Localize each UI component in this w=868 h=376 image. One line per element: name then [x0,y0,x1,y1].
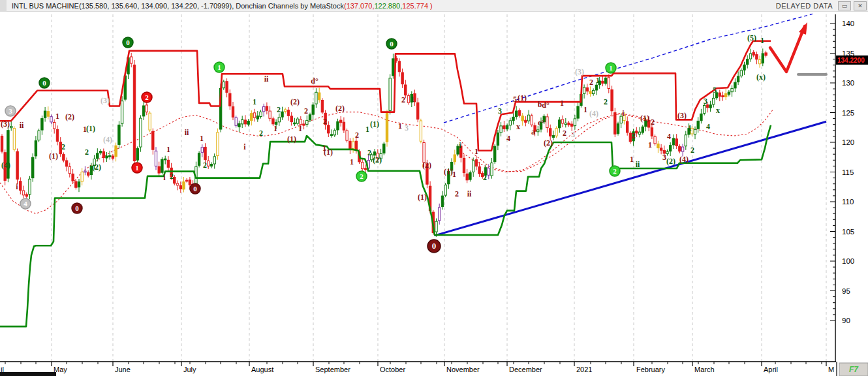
svg-text:(4): (4) [679,155,689,164]
svg-text:1: 1 [365,125,369,134]
svg-text:September: September [315,366,350,373]
svg-text:(2): (2) [544,138,553,148]
svg-text:1: 1 [135,164,139,172]
svg-text:(1): (1) [518,93,527,102]
svg-text:2: 2 [613,167,617,175]
time-axis: ilMayJuneJulyAugustSeptemberOctoberNovem… [0,362,836,373]
svg-text:(4): (4) [1,161,10,170]
svg-text:2: 2 [355,131,359,140]
svg-text:F7: F7 [849,365,859,374]
svg-text:(2): (2) [92,163,101,172]
ohlc-values: (135.580, 135.640, 134.090, 134.220, -1.… [79,2,232,10]
expert-fkey-button[interactable]: F7 [839,363,868,376]
svg-text:115: 115 [842,168,854,176]
price-chart-area[interactable]: 34000120120012(3)ii(4)i(1)1(2)21(1)2(2)(… [0,0,868,376]
svg-text:125: 125 [842,109,854,117]
close-window-button[interactable]: ✕ [854,1,867,10]
svg-text:(1): (1) [640,114,649,123]
svg-text:February: February [636,366,666,373]
metastock-chart-window: INTL BUS MACHINE (135.580, 135.640, 134.… [0,0,868,376]
svg-text:1: 1 [398,121,402,131]
svg-text:4: 4 [706,122,710,131]
svg-text:1: 1 [609,64,613,72]
svg-text:(2): (2) [373,155,382,164]
svg-text:M: M [828,366,834,373]
restore-window-button[interactable]: ▭ [838,1,851,10]
price-axis: 9095100105110115120125130135140 [830,14,854,362]
svg-text:2: 2 [563,129,566,138]
svg-text:2: 2 [360,172,364,180]
svg-text:2: 2 [61,142,65,151]
svg-text:0: 0 [390,40,394,48]
svg-text:0: 0 [42,79,46,87]
svg-text:2: 2 [323,117,327,126]
circled-wave-markers: 34000120120012 [5,37,620,253]
svg-text:ii: ii [185,128,189,137]
svg-text:2: 2 [455,189,459,198]
svg-text:(1): (1) [49,151,58,161]
donchian-upper-line [0,41,771,151]
month-gridlines [52,14,826,362]
svg-text:(5): (5) [747,33,756,42]
svg-text:110: 110 [842,198,854,206]
svg-text:1: 1 [474,147,478,156]
titlebar-left-edge [0,0,7,12]
svg-text:2: 2 [277,105,281,114]
svg-text:90: 90 [842,317,850,324]
wave-text-labels: (3)ii(4)i(1)1(2)21(1)2(2)(3)(4)i12ii12i1… [1,33,766,202]
svg-text:October: October [380,366,405,373]
svg-text:1: 1 [55,112,59,121]
study-name: , Donchian Channels by MetaStock [232,2,344,10]
svg-text:3: 3 [8,107,12,115]
svg-text:(3): (3) [1,119,10,129]
svg-text:4: 4 [506,134,510,143]
last-price-flag: 134.2200 [836,55,868,65]
donchian-lower-value: 122.880, [374,2,402,10]
svg-text:2: 2 [145,93,149,101]
svg-text:(1): (1) [370,119,379,129]
horizontal-scrollbar-thumb[interactable] [0,372,56,376]
svg-text:December: December [509,366,542,373]
svg-text:(1): (1) [418,193,427,202]
svg-text:(3): (3) [677,111,687,120]
svg-text:November: November [446,366,480,373]
svg-text:0: 0 [432,241,437,251]
svg-text:i: i [243,142,246,151]
svg-text:1: 1 [760,36,764,45]
delayed-data-badge: DELAYED DATA [776,2,833,10]
svg-text:1: 1 [630,155,634,164]
svg-text:1: 1 [452,170,456,179]
svg-text:2: 2 [259,129,263,138]
svg-text:0: 0 [193,185,197,193]
svg-text:1: 1 [583,105,587,114]
svg-text:2: 2 [304,106,308,116]
svg-text:105: 105 [842,228,854,236]
svg-text:(3): (3) [575,67,584,76]
svg-text:2: 2 [483,173,487,182]
svg-text:1: 1 [273,124,277,133]
svg-text:1: 1 [166,145,170,154]
svg-text:3: 3 [704,97,707,106]
svg-text:(4): (4) [589,109,598,118]
red-forecast-arrow[interactable] [770,22,807,72]
svg-text:1: 1 [298,124,302,133]
svg-text:i: i [163,173,166,182]
svg-text:5: 5 [713,86,717,95]
svg-text:2: 2 [367,148,371,157]
svg-text:1: 1 [411,95,414,104]
donchian-upper-value: (137.070, [344,2,374,10]
svg-text:ii: ii [20,121,24,130]
svg-text:140: 140 [842,20,854,27]
svg-text:(2): (2) [335,104,345,113]
svg-text:0: 0 [75,204,79,212]
svg-text:d°: d° [311,76,318,86]
candlestick-series [1,48,767,236]
chart-title-bar: INTL BUS MACHINE (135.580, 135.640, 134.… [0,0,868,12]
svg-text:a: a [531,127,535,136]
svg-text:2: 2 [401,95,405,104]
svg-text:1: 1 [648,140,652,149]
svg-text:1: 1 [560,99,564,108]
svg-text:(4): (4) [103,135,112,144]
svg-text:120: 120 [842,138,854,146]
gray-annotation-segment[interactable] [797,73,828,76]
